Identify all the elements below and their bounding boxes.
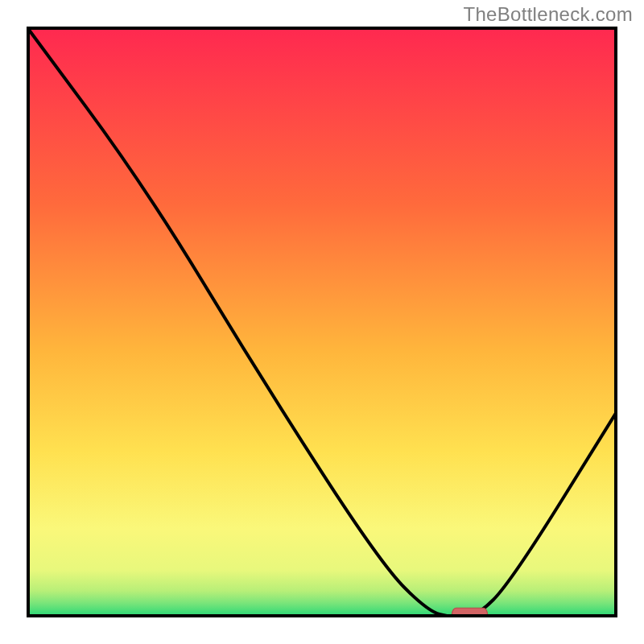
watermark-text: TheBottleneck.com xyxy=(463,3,633,26)
curve-layer xyxy=(27,27,617,617)
bottleneck-curve xyxy=(27,27,617,617)
chart-container: TheBottleneck.com xyxy=(0,0,644,644)
plot-area xyxy=(27,27,617,617)
optimal-marker xyxy=(452,608,487,617)
